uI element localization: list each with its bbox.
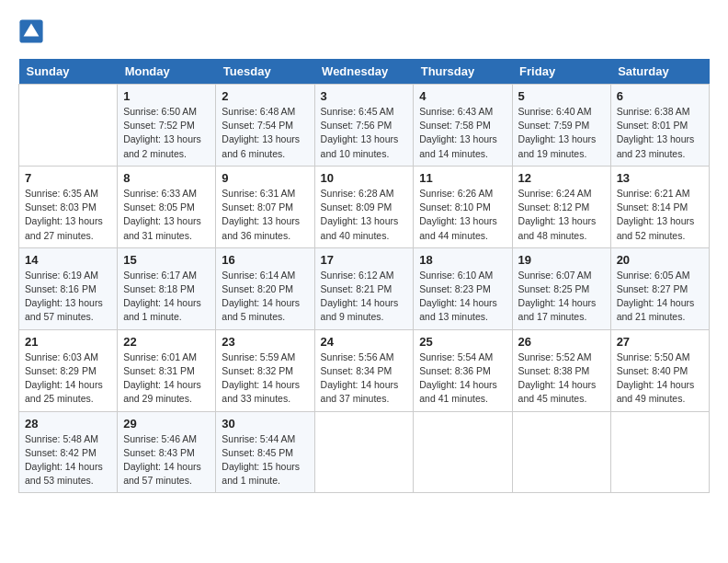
day-detail: Sunrise: 6:14 AMSunset: 8:20 PMDaylight:… [222, 269, 308, 325]
calendar-cell [512, 411, 610, 493]
day-detail: Sunrise: 6:21 AMSunset: 8:14 PMDaylight:… [617, 187, 703, 243]
day-detail: Sunrise: 5:52 AMSunset: 8:38 PMDaylight:… [518, 350, 605, 407]
day-detail: Sunrise: 6:38 AMSunset: 8:01 PMDaylight:… [617, 105, 703, 161]
day-number: 20 [617, 253, 703, 267]
calendar-header-row: SundayMondayTuesdayWednesdayThursdayFrid… [19, 59, 710, 85]
calendar-cell: 17Sunrise: 6:12 AMSunset: 8:21 PMDayligh… [314, 247, 414, 329]
day-detail: Sunrise: 6:43 AMSunset: 7:58 PMDaylight:… [419, 105, 506, 161]
day-number: 14 [25, 253, 111, 267]
day-detail: Sunrise: 5:46 AMSunset: 8:43 PMDaylight:… [123, 432, 210, 488]
day-number: 30 [222, 417, 308, 431]
day-detail: Sunrise: 5:56 AMSunset: 8:34 PMDaylight:… [321, 350, 408, 407]
day-number: 1 [123, 89, 210, 103]
day-number: 11 [419, 171, 506, 185]
calendar-cell: 8Sunrise: 6:33 AMSunset: 8:05 PMDaylight… [118, 166, 216, 247]
page-header [18, 18, 710, 44]
day-number: 6 [617, 89, 703, 103]
calendar-cell: 11Sunrise: 6:26 AMSunset: 8:10 PMDayligh… [414, 166, 512, 247]
calendar-cell: 13Sunrise: 6:21 AMSunset: 8:14 PMDayligh… [610, 166, 709, 247]
calendar-cell: 26Sunrise: 5:52 AMSunset: 8:38 PMDayligh… [512, 329, 610, 411]
calendar-cell: 22Sunrise: 6:01 AMSunset: 8:31 PMDayligh… [118, 329, 216, 411]
calendar-cell: 15Sunrise: 6:17 AMSunset: 8:18 PMDayligh… [118, 247, 216, 329]
day-detail: Sunrise: 5:50 AMSunset: 8:40 PMDaylight:… [617, 350, 703, 407]
day-number: 4 [419, 89, 506, 103]
day-detail: Sunrise: 6:26 AMSunset: 8:10 PMDaylight:… [419, 187, 506, 243]
header-sunday: Sunday [19, 59, 118, 85]
calendar-table: SundayMondayTuesdayWednesdayThursdayFrid… [18, 59, 710, 493]
calendar-cell: 24Sunrise: 5:56 AMSunset: 8:34 PMDayligh… [314, 329, 414, 411]
calendar-cell: 2Sunrise: 6:48 AMSunset: 7:54 PMDaylight… [216, 85, 314, 167]
calendar-cell: 12Sunrise: 6:24 AMSunset: 8:12 PMDayligh… [512, 166, 610, 247]
calendar-cell: 25Sunrise: 5:54 AMSunset: 8:36 PMDayligh… [414, 329, 512, 411]
day-number: 16 [222, 253, 308, 267]
calendar-cell: 10Sunrise: 6:28 AMSunset: 8:09 PMDayligh… [314, 166, 414, 247]
day-number: 25 [419, 335, 506, 349]
calendar-cell: 27Sunrise: 5:50 AMSunset: 8:40 PMDayligh… [610, 329, 709, 411]
header-monday: Monday [118, 59, 216, 85]
calendar-cell: 18Sunrise: 6:10 AMSunset: 8:23 PMDayligh… [414, 247, 512, 329]
day-number: 24 [321, 335, 408, 349]
day-detail: Sunrise: 5:59 AMSunset: 8:32 PMDaylight:… [222, 350, 308, 407]
calendar-cell [414, 411, 512, 493]
calendar-cell: 29Sunrise: 5:46 AMSunset: 8:43 PMDayligh… [118, 411, 216, 493]
day-number: 22 [123, 335, 210, 349]
calendar-cell: 5Sunrise: 6:40 AMSunset: 7:59 PMDaylight… [512, 85, 610, 167]
day-detail: Sunrise: 6:48 AMSunset: 7:54 PMDaylight:… [222, 105, 308, 161]
calendar-week-row: 28Sunrise: 5:48 AMSunset: 8:42 PMDayligh… [19, 411, 710, 493]
calendar-cell: 7Sunrise: 6:35 AMSunset: 8:03 PMDaylight… [19, 166, 118, 247]
calendar-week-row: 1Sunrise: 6:50 AMSunset: 7:52 PMDaylight… [19, 85, 710, 167]
day-detail: Sunrise: 6:31 AMSunset: 8:07 PMDaylight:… [222, 187, 308, 243]
day-number: 29 [123, 417, 210, 431]
day-detail: Sunrise: 5:54 AMSunset: 8:36 PMDaylight:… [419, 350, 506, 407]
calendar-cell: 9Sunrise: 6:31 AMSunset: 8:07 PMDaylight… [216, 166, 314, 247]
calendar-cell: 19Sunrise: 6:07 AMSunset: 8:25 PMDayligh… [512, 247, 610, 329]
calendar-week-row: 21Sunrise: 6:03 AMSunset: 8:29 PMDayligh… [19, 329, 710, 411]
calendar-cell: 21Sunrise: 6:03 AMSunset: 8:29 PMDayligh… [19, 329, 118, 411]
logo [18, 18, 48, 44]
day-number: 10 [321, 171, 408, 185]
calendar-cell: 14Sunrise: 6:19 AMSunset: 8:16 PMDayligh… [19, 247, 118, 329]
calendar-cell: 28Sunrise: 5:48 AMSunset: 8:42 PMDayligh… [19, 411, 118, 493]
day-detail: Sunrise: 6:01 AMSunset: 8:31 PMDaylight:… [123, 350, 210, 407]
calendar-cell [19, 85, 118, 167]
day-detail: Sunrise: 6:12 AMSunset: 8:21 PMDaylight:… [321, 269, 408, 325]
day-number: 5 [518, 89, 605, 103]
day-number: 23 [222, 335, 308, 349]
header-tuesday: Tuesday [216, 59, 314, 85]
header-thursday: Thursday [414, 59, 512, 85]
day-number: 28 [25, 417, 111, 431]
day-detail: Sunrise: 6:17 AMSunset: 8:18 PMDaylight:… [123, 269, 210, 325]
day-detail: Sunrise: 6:19 AMSunset: 8:16 PMDaylight:… [25, 269, 111, 325]
day-detail: Sunrise: 6:05 AMSunset: 8:27 PMDaylight:… [617, 269, 703, 325]
calendar-cell: 6Sunrise: 6:38 AMSunset: 8:01 PMDaylight… [610, 85, 709, 167]
calendar-cell [314, 411, 414, 493]
day-detail: Sunrise: 6:50 AMSunset: 7:52 PMDaylight:… [123, 105, 210, 161]
calendar-cell: 23Sunrise: 5:59 AMSunset: 8:32 PMDayligh… [216, 329, 314, 411]
day-detail: Sunrise: 6:07 AMSunset: 8:25 PMDaylight:… [518, 269, 605, 325]
calendar-week-row: 14Sunrise: 6:19 AMSunset: 8:16 PMDayligh… [19, 247, 710, 329]
day-number: 26 [518, 335, 605, 349]
day-detail: Sunrise: 6:40 AMSunset: 7:59 PMDaylight:… [518, 105, 605, 161]
day-number: 13 [617, 171, 703, 185]
logo-icon [18, 18, 44, 44]
day-detail: Sunrise: 5:44 AMSunset: 8:45 PMDaylight:… [222, 432, 308, 488]
calendar-cell: 30Sunrise: 5:44 AMSunset: 8:45 PMDayligh… [216, 411, 314, 493]
calendar-cell: 20Sunrise: 6:05 AMSunset: 8:27 PMDayligh… [610, 247, 709, 329]
day-number: 27 [617, 335, 703, 349]
day-detail: Sunrise: 6:10 AMSunset: 8:23 PMDaylight:… [419, 269, 506, 325]
day-detail: Sunrise: 6:45 AMSunset: 7:56 PMDaylight:… [321, 105, 408, 161]
day-detail: Sunrise: 6:28 AMSunset: 8:09 PMDaylight:… [321, 187, 408, 243]
calendar-cell: 4Sunrise: 6:43 AMSunset: 7:58 PMDaylight… [414, 85, 512, 167]
day-number: 3 [321, 89, 408, 103]
day-detail: Sunrise: 6:33 AMSunset: 8:05 PMDaylight:… [123, 187, 210, 243]
calendar-cell [610, 411, 709, 493]
day-number: 8 [123, 171, 210, 185]
header-friday: Friday [512, 59, 610, 85]
day-number: 17 [321, 253, 408, 267]
day-number: 15 [123, 253, 210, 267]
day-number: 19 [518, 253, 605, 267]
header-saturday: Saturday [610, 59, 709, 85]
day-detail: Sunrise: 6:03 AMSunset: 8:29 PMDaylight:… [25, 350, 111, 407]
day-number: 21 [25, 335, 111, 349]
calendar-cell: 16Sunrise: 6:14 AMSunset: 8:20 PMDayligh… [216, 247, 314, 329]
